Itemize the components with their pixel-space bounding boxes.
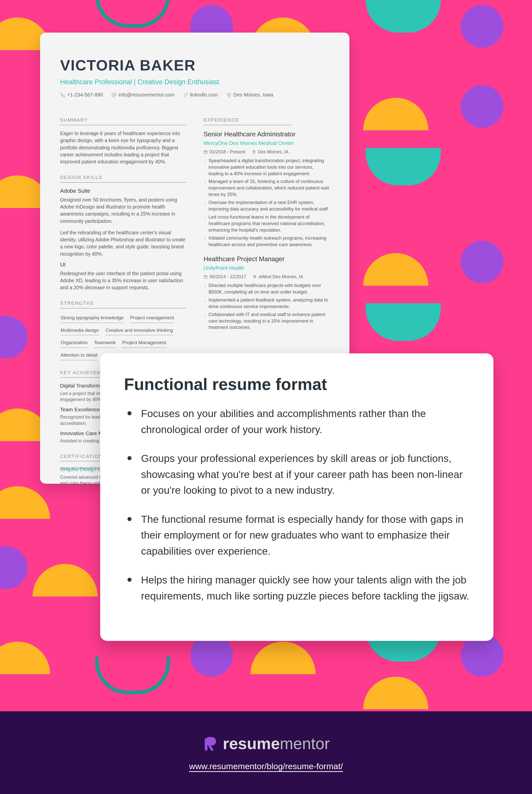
contact-row: +1-234-567-890 info@resumementor.com lin… <box>60 91 329 98</box>
resume-tagline: Healthcare Professional | Creative Desig… <box>60 77 329 87</box>
skill-title-1: UI <box>60 261 186 269</box>
strengths-heading: STRENGTHS <box>60 300 186 309</box>
job-company-1: UnityPoint Health <box>204 264 330 272</box>
brand-bar: resumementor www.resumementor/blog/resum… <box>0 711 532 794</box>
brand-logo-row: resumementor <box>202 734 330 753</box>
location-icon <box>226 92 231 97</box>
location-icon <box>252 150 256 154</box>
job-dates-text: 01/2018 - Present <box>210 149 245 155</box>
svg-rect-2 <box>204 151 207 153</box>
bullet: Implemented a patient feedback system, a… <box>204 297 330 310</box>
svg-point-0 <box>113 94 115 96</box>
skill-para-0-1: Led the rebranding of the healthcare cen… <box>60 229 186 257</box>
calendar-icon <box>204 150 208 154</box>
bullet: Spearheaded a digital transformation pro… <box>204 158 330 177</box>
contact-linkedin-text: linkedin.com <box>190 91 218 98</box>
tag: Organization <box>60 338 88 348</box>
job-title-1: Healthcare Project Manager <box>204 255 330 263</box>
tag: Multimedia design <box>60 326 99 336</box>
summary-body: Eager to leverage 8 years of healthcare … <box>60 130 186 165</box>
contact-location: Des Moines, Iowa <box>226 91 273 98</box>
svg-rect-4 <box>204 275 207 278</box>
brand-logo-icon <box>202 736 217 751</box>
contact-email-text: info@resumementor.com <box>118 91 175 98</box>
bullet: Collaborated with IT and medical staff t… <box>204 311 330 331</box>
info-bullet: The functional resume format is especial… <box>124 512 470 559</box>
skill-title-0: Adobe Suite <box>60 187 186 195</box>
phone-icon <box>60 92 65 97</box>
job-bullets-1: Directed multiple healthcare projects wi… <box>204 282 330 331</box>
tag: Project Management <box>122 338 167 348</box>
contact-phone-text: +1-234-567-890 <box>67 91 103 98</box>
svg-point-3 <box>253 151 254 152</box>
job-dates-0: 01/2018 - Present <box>204 149 245 155</box>
skill-para-0-0: Designed over 50 brochures, flyers, and … <box>60 196 186 225</box>
job-loc-0: Des Moines, IA <box>252 149 288 155</box>
design-skills-heading: DESIGN SKILLS <box>60 174 186 183</box>
contact-email: info@resumementor.com <box>112 91 175 98</box>
contact-phone: +1-234-567-890 <box>60 91 103 98</box>
location-icon <box>253 275 257 279</box>
info-card: Functional resume format Focuses on your… <box>100 353 493 641</box>
bullet: Managed a team of 15, fostering a cultur… <box>204 178 330 198</box>
job-title-0: Senior Healthcare Administrator <box>204 130 330 139</box>
experience-heading: EXPERIENCE <box>204 117 291 125</box>
svg-point-5 <box>254 276 255 277</box>
bullet: Led cross-functional teams in the develo… <box>204 214 330 233</box>
contact-location-text: Des Moines, Iowa <box>233 91 273 98</box>
info-title: Functional resume format <box>124 375 470 394</box>
tag: Attention to detail <box>60 350 98 361</box>
brand-url-link[interactable]: www.resumementor/blog/resume-format/ <box>189 761 343 771</box>
tag: Teamwork <box>94 338 116 348</box>
job-loc-1: aWest Des Moines, IA <box>253 274 303 280</box>
tag: Project management <box>130 313 174 323</box>
job-dates-text: 06/2014 - 12/2017 <box>210 274 246 280</box>
skill-para-1-0: Redesigned the user interface of the pat… <box>60 270 186 291</box>
brand-name: resumementor <box>223 734 330 753</box>
svg-point-1 <box>228 94 229 95</box>
bullet: Directed multiple healthcare projects wi… <box>204 282 330 295</box>
summary-heading: SUMMARY <box>60 117 186 125</box>
bullet: Oversaw the implementation of a new EHR … <box>204 199 330 212</box>
info-bullet: Focuses on your abilities and accomplish… <box>124 406 470 438</box>
job-company-0: MercyOne Des Moines Medical Center <box>204 140 330 147</box>
info-bullet: Helps the hiring manager quickly see how… <box>124 572 470 604</box>
job-loc-text: Des Moines, IA <box>258 149 288 155</box>
info-bullets: Focuses on your abilities and accomplish… <box>124 406 470 604</box>
bullet: Initiated community health outreach prog… <box>204 235 330 248</box>
tag: Creative and innovative thinking <box>105 326 173 336</box>
calendar-icon <box>204 275 208 279</box>
link-icon <box>183 92 188 97</box>
job-dates-1: 06/2014 - 12/2017 <box>204 274 246 280</box>
brand-name-bold: resume <box>223 735 280 753</box>
job-bullets-0: Spearheaded a digital transformation pro… <box>204 158 330 248</box>
at-icon <box>112 92 116 97</box>
contact-linkedin: linkedin.com <box>183 91 218 98</box>
resume-name: VICTORIA BAKER <box>60 55 329 75</box>
job-loc-text: aWest Des Moines, IA <box>259 274 303 280</box>
brand-name-rest: mentor <box>280 735 330 753</box>
info-bullet: Groups your professional experiences by … <box>124 451 470 499</box>
tag: Strong typography knowledge <box>60 313 124 323</box>
